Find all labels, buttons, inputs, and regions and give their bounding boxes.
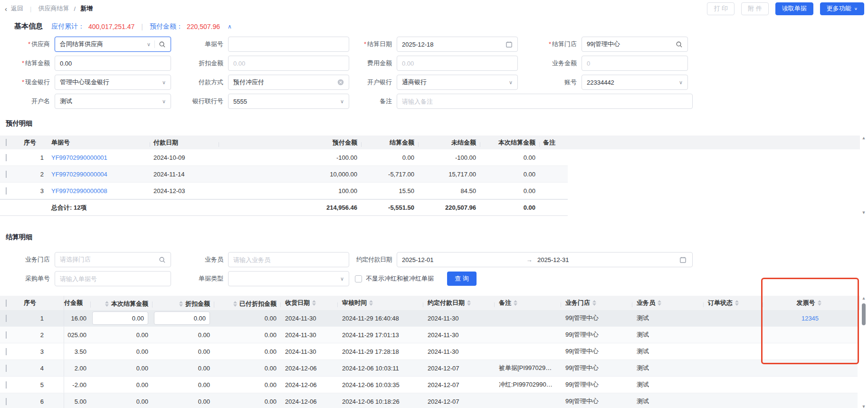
search-icon[interactable] [159,256,166,263]
print-button[interactable]: 打 印 [707,2,734,15]
sort-carets-icon[interactable] [105,301,109,307]
settle-col-header[interactable]: 已付折扣金额 [214,298,280,308]
settle-filters: 业务门店 请选择门店 业务员 约定付款日期 2025-12-01 → 2025-… [0,252,868,286]
sort-carets-icon[interactable] [233,301,237,307]
scroll-up-icon[interactable]: ▲ [862,136,866,141]
purchase-no-input[interactable] [55,271,171,286]
hide-reversed-checkbox[interactable] [355,275,362,282]
row-checkbox[interactable] [6,154,7,161]
pay-method-select[interactable]: 预付冲应付 [228,75,349,90]
sort-carets-icon[interactable] [658,300,661,306]
settle-current-amount-input[interactable] [92,311,148,325]
account-name-select[interactable]: 测试∨ [55,94,171,109]
scroll-down-icon[interactable]: ▼ [862,404,866,408]
row-checkbox[interactable] [6,315,7,322]
settle-col-header[interactable]: 本次结算金额 [90,298,152,308]
prepay-col-header[interactable]: 未结金额 [418,138,480,147]
row-checkbox[interactable] [6,139,7,146]
salesman-input[interactable] [228,252,349,267]
settle-col-header[interactable]: 订单状态 [703,299,763,307]
sort-carets-icon[interactable] [369,300,373,306]
sort-carets-icon[interactable] [179,301,183,307]
scrollbar-thumb[interactable] [862,303,866,325]
settle-amount-input[interactable] [55,56,171,71]
settle-col-header[interactable]: 收货日期 [280,299,337,307]
query-button[interactable]: 查 询 [447,272,477,286]
prepay-col-header[interactable]: 备注 [539,138,568,147]
settle-col-header[interactable]: 序号 [19,299,48,307]
sort-carets-icon[interactable] [592,300,596,306]
settle-col-header-label: 折扣金额 [177,300,210,308]
sort-carets-icon[interactable] [467,300,471,306]
settle-scrollbar[interactable]: ▲ ▼ [861,296,867,408]
discount-amount-input[interactable] [228,56,349,71]
row-checkbox[interactable] [6,187,7,194]
settle-col-header[interactable]: 业务员 [632,299,703,307]
back-button[interactable]: 返回 [11,4,23,13]
chevron-down-icon: ∨ [679,79,683,86]
settle-col-header[interactable]: 约定付款日期 [423,299,494,307]
settle-col-header[interactable]: 审核时间 [337,299,423,307]
cash-bank-select[interactable]: 管理中心现金银行∨ [55,75,171,90]
settle-date-picker[interactable]: 2025-12-18 [397,37,518,52]
sort-carets-icon[interactable] [514,300,517,306]
hide-reversed-label[interactable]: 不显示冲红和被冲红单据 [366,274,434,283]
breadcrumb-parent[interactable]: 供应商结算 [38,4,69,13]
row-checkbox[interactable] [6,381,7,389]
bank-branch-select[interactable]: 5555∨ [228,94,349,109]
settle-agreed-pay-date: 2024-12-07 [423,381,494,389]
prepay-col-header[interactable]: 结算金额 [361,138,418,147]
row-checkbox[interactable] [6,365,7,372]
row-checkbox[interactable] [6,331,7,339]
scroll-down-icon[interactable]: ▼ [862,210,866,216]
biz-store-picker[interactable]: 请选择门店 [55,252,171,267]
prepay-doc-link[interactable]: YF99702990000008 [48,187,150,194]
clear-icon[interactable] [337,79,344,86]
prepay-total-label: 总合计: 12项 [48,204,150,212]
prepay-doc-link[interactable]: YF99702990000001 [48,154,150,161]
sort-carets-icon[interactable] [818,300,821,306]
row-checkbox[interactable] [6,171,7,178]
prepay-col-header[interactable]: 付款日期 [150,138,219,147]
more-functions-button[interactable]: 更多功能∨ [820,2,864,15]
prepay-scrollbar[interactable]: ▲ ▼ [861,136,867,216]
agreed-pay-date-range[interactable]: 2025-12-01 → 2025-12-31 [397,252,693,267]
chevron-down-icon: ∨ [509,79,513,86]
settle-discount-amount-input[interactable] [154,311,210,325]
account-no-select[interactable]: 22334442∨ [582,75,688,90]
row-checkbox[interactable] [6,348,7,355]
settle-col-header[interactable]: 备注 [494,299,561,307]
sort-carets-icon[interactable] [735,300,739,306]
settle-col-header[interactable]: 付金额 [64,299,90,307]
settle-col-header[interactable]: 发票号 [763,299,858,307]
remark-input[interactable] [397,94,693,109]
row-checkbox[interactable] [6,398,7,405]
search-icon[interactable] [159,41,166,48]
doc-no-input[interactable] [228,37,349,52]
settle-discount-amount: 0.00 [152,348,214,355]
search-icon[interactable] [676,41,683,48]
settle-col-header[interactable]: 折扣金额 [152,298,214,308]
business-amount-input[interactable] [582,56,688,71]
settle-col-header[interactable]: 业务门店 [561,299,632,307]
read-document-button[interactable]: 读取单据 [775,2,813,15]
collapse-chevron-up-icon[interactable]: ∧ [228,23,232,30]
scroll-up-icon[interactable]: ▲ [862,296,866,301]
settle-invoice-no[interactable]: 12345 [763,315,858,322]
settle-table-row: 5-2.000.000.000.002024-12-062024-12-06 1… [0,377,858,393]
prepay-doc-link[interactable]: YF99702990000004 [48,171,150,178]
prepay-col-header[interactable]: 单据号 [48,138,150,147]
open-bank-select[interactable]: 通商银行∨ [397,75,518,90]
fee-amount-input[interactable] [397,56,518,71]
prepay-col-header[interactable]: 预付金额 [219,138,361,147]
settle-store-picker[interactable]: 99|管理中心 [582,37,688,52]
prepay-pay-date: 2024-11-14 [150,171,219,178]
prepay-col-header[interactable]: 序号 [19,138,48,147]
prepay-col-header[interactable]: 本次结算金额 [480,138,539,147]
attachment-button[interactable]: 附 件 [741,2,769,15]
supplier-select[interactable]: 合同结算供应商 ∨ [55,37,171,52]
doc-type-select[interactable]: ∨ [228,271,349,286]
row-checkbox[interactable] [6,300,7,307]
settle-salesman: 测试 [632,364,703,372]
sort-carets-icon[interactable] [312,300,316,306]
